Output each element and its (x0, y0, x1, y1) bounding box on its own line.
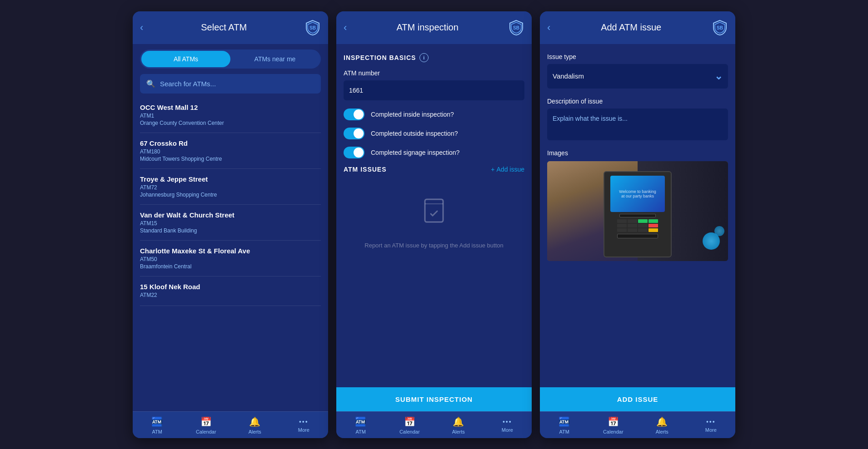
plus-icon: + (491, 166, 494, 173)
inspection-basics-label: INSPECTION BASICS (344, 54, 416, 61)
toggle-signage-label: Completed signage inspection? (371, 149, 459, 156)
list-item[interactable]: Charlotte Maxeke St & Floreal Ave ATM50 … (140, 241, 321, 276)
add-issue-submit-button[interactable]: ADD ISSUE (540, 387, 735, 411)
search-bar: 🔍 (140, 74, 321, 94)
calendar-nav-icon-3: 📅 (608, 416, 619, 427)
signage-inspection-toggle[interactable] (344, 147, 364, 158)
svg-text:SB: SB (717, 25, 723, 30)
submit-inspection-button[interactable]: SUBMIT INSPECTION (336, 387, 532, 411)
atm-location: Johannesburg Shopping Centre (140, 192, 321, 198)
list-item[interactable]: Van der Walt & Church Street ATM15 Stand… (140, 205, 321, 241)
search-icon: 🔍 (146, 79, 155, 88)
atm-photo: Welcome to bankingat our party banks (547, 161, 728, 261)
atm-location: Orange County Convention Center (140, 120, 321, 126)
add-issue-label: Add issue (497, 166, 524, 173)
info-icon[interactable]: i (419, 53, 429, 62)
atm-number-field[interactable] (344, 80, 524, 100)
nav-more-label-2: More (502, 427, 513, 433)
nav-more-1[interactable]: ••• More (290, 418, 317, 433)
toggle-inside-label: Completed inside inspection? (371, 111, 454, 118)
more-nav-icon-2: ••• (503, 418, 512, 425)
issue-type-dropdown[interactable]: Vandalism ⌄ (547, 64, 728, 89)
atm-name: 67 Crossko Rd (140, 139, 321, 147)
nav-atm-2[interactable]: 🏧 ATM (347, 416, 374, 434)
search-input[interactable] (160, 80, 314, 88)
atm-nav-icon-2: 🏧 (355, 416, 366, 427)
logo-icon-3: SB (712, 20, 728, 36)
svg-text:SB: SB (309, 25, 316, 30)
blue-orb-small (714, 226, 724, 236)
atm-cash-slot (617, 234, 658, 238)
nav-calendar-2[interactable]: 📅 Calendar (396, 416, 423, 434)
atm-code: ATM15 (140, 220, 321, 227)
nav-calendar-label-2: Calendar (399, 429, 420, 434)
list-item[interactable]: Troye & Jeppe Street ATM72 Johannesburg … (140, 169, 321, 205)
nav-alerts-3[interactable]: 🔔 Alerts (649, 416, 676, 434)
back-button-1[interactable]: ‹ (140, 22, 143, 34)
atm-location: Midcourt Towers Shopping Centre (140, 156, 321, 162)
atm-location: Braamfontein Central (140, 263, 321, 270)
description-label: Description of issue (547, 98, 728, 105)
toggle-signage: Completed signage inspection? (344, 147, 524, 158)
list-item[interactable]: 67 Crossko Rd ATM180 Midcourt Towers Sho… (140, 133, 321, 169)
nav-more-label: More (298, 427, 309, 433)
bottom-nav-1: 🏧 ATM 📅 Calendar 🔔 Alerts ••• More (133, 411, 328, 438)
nav-alerts-2[interactable]: 🔔 Alerts (445, 416, 472, 434)
header-select-atm: ‹ Select ATM SB (133, 11, 328, 44)
empty-state: Report an ATM issue by tapping the Add i… (344, 182, 524, 264)
back-button-3[interactable]: ‹ (547, 22, 550, 34)
more-nav-icon: ••• (299, 418, 309, 425)
nav-alerts-label: Alerts (249, 429, 261, 434)
atm-keypad (617, 219, 658, 232)
empty-state-icon (418, 196, 450, 234)
atm-nav-icon: 🏧 (151, 416, 163, 427)
atm-screen-display: Welcome to bankingat our party banks (610, 176, 665, 212)
nav-atm-3[interactable]: 🏧 ATM (551, 416, 578, 434)
nav-atm-1[interactable]: 🏧 ATM (144, 416, 171, 434)
nav-calendar-1[interactable]: 📅 Calendar (192, 416, 219, 434)
nav-atm-label-3: ATM (559, 429, 569, 434)
images-label: Images (547, 149, 728, 157)
issue-type-value: Vandalism (553, 72, 584, 80)
back-button-2[interactable]: ‹ (344, 22, 347, 34)
atm-issues-section: ATM ISSUES + Add issue (344, 166, 524, 173)
bottom-nav-3: 🏧 ATM 📅 Calendar 🔔 Alerts ••• More (540, 411, 735, 438)
list-item[interactable]: OCC West Mall 12 ATM1 Orange County Conv… (140, 97, 321, 133)
inspection-basics-section: INSPECTION BASICS i (344, 53, 524, 62)
atm-code: ATM22 (140, 292, 321, 298)
inside-inspection-toggle[interactable] (344, 109, 364, 120)
nav-calendar-3[interactable]: 📅 Calendar (599, 416, 627, 434)
outside-inspection-toggle[interactable] (344, 128, 364, 139)
alerts-nav-icon-3: 🔔 (656, 416, 668, 427)
nav-alerts-1[interactable]: 🔔 Alerts (241, 416, 269, 434)
add-issue-button[interactable]: + Add issue (491, 166, 524, 173)
alerts-nav-icon: 🔔 (249, 416, 260, 427)
nav-alerts-label-2: Alerts (452, 429, 465, 434)
atm-code: ATM50 (140, 256, 321, 262)
nav-atm-label: ATM (152, 429, 162, 434)
logo-icon-1: SB (304, 20, 321, 36)
description-field[interactable]: Explain what the issue is... (547, 109, 728, 140)
tab-all-atms[interactable]: All ATMs (141, 51, 230, 67)
atm-card-slot (619, 214, 656, 217)
screen1-title: Select ATM (143, 22, 304, 33)
atm-nav-icon-3: 🏧 (559, 416, 570, 427)
nav-calendar-label: Calendar (196, 429, 216, 434)
nav-more-2[interactable]: ••• More (494, 418, 521, 433)
atm-code: ATM1 (140, 113, 321, 119)
alerts-nav-icon-2: 🔔 (453, 416, 464, 427)
toggle-inside: Completed inside inspection? (344, 109, 524, 120)
list-item[interactable]: 15 Kloof Nek Road ATM22 (140, 276, 321, 306)
screen-add-atm-issue: ‹ Add ATM issue SB Issue type Vandalism … (540, 11, 735, 438)
tab-atms-near-me[interactable]: ATMs near me (230, 51, 319, 67)
nav-more-3[interactable]: ••• More (697, 418, 724, 433)
atm-name: Charlotte Maxeke St & Floreal Ave (140, 247, 321, 255)
calendar-nav-icon: 📅 (200, 416, 212, 427)
header-inspection: ‹ ATM inspection SB (336, 11, 532, 44)
atm-name: OCC West Mall 12 (140, 104, 321, 111)
nav-atm-label-2: ATM (356, 429, 366, 434)
logo-icon-2: SB (508, 20, 524, 36)
more-nav-icon-3: ••• (706, 418, 716, 425)
screen-atm-inspection: ‹ ATM inspection SB INSPECTION BASICS i … (336, 11, 532, 438)
atm-name: Van der Walt & Church Street (140, 211, 321, 219)
